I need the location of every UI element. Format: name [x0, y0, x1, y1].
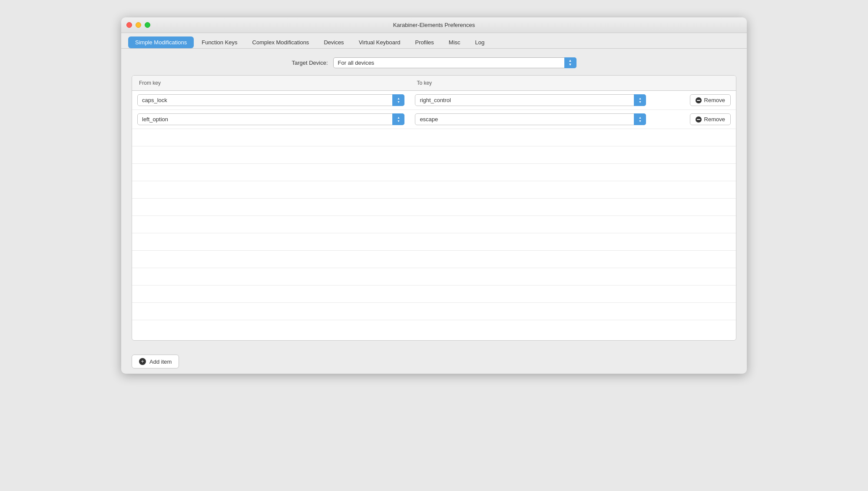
- main-window: Karabiner-Elements Preferences Simple Mo…: [121, 17, 747, 374]
- row-2-action-cell: Remove: [651, 112, 736, 127]
- mapping-table: From key To key caps_lock left_option le…: [132, 75, 736, 341]
- empty-row: [132, 285, 736, 303]
- tab-bar: Simple Modifications Function Keys Compl…: [121, 33, 747, 49]
- window-title: Karabiner-Elements Preferences: [393, 22, 475, 28]
- traffic-lights: [126, 22, 150, 28]
- table-header: From key To key: [132, 76, 736, 91]
- tab-virtual-keyboard[interactable]: Virtual Keyboard: [352, 36, 407, 48]
- table-row: caps_lock left_option left_command right…: [132, 91, 736, 110]
- row-1-remove-label: Remove: [704, 97, 725, 103]
- row-1-from-cell: caps_lock left_option left_command right…: [132, 93, 410, 108]
- tab-function-keys[interactable]: Function Keys: [195, 36, 244, 48]
- row-2-remove-button[interactable]: Remove: [690, 113, 731, 125]
- empty-row: [132, 303, 736, 320]
- row-1-remove-button[interactable]: Remove: [690, 94, 731, 106]
- empty-row: [132, 216, 736, 233]
- maximize-button[interactable]: [145, 22, 150, 28]
- column-from-key: From key: [132, 78, 410, 88]
- remove-icon-1: [696, 97, 702, 103]
- empty-row: [132, 199, 736, 216]
- row-1-from-select-wrapper: caps_lock left_option left_command right…: [137, 94, 404, 106]
- row-1-to-cell: right_control escape left_control: [410, 93, 651, 108]
- empty-row: [132, 164, 736, 181]
- column-action: [651, 78, 736, 88]
- column-to-key: To key: [410, 78, 651, 88]
- row-2-to-cell: right_control escape left_control: [410, 112, 651, 127]
- tab-simple-modifications[interactable]: Simple Modifications: [128, 36, 194, 48]
- titlebar: Karabiner-Elements Preferences: [121, 17, 747, 33]
- remove-icon-2: [696, 116, 702, 123]
- plus-icon: [139, 358, 146, 365]
- tab-devices[interactable]: Devices: [317, 36, 351, 48]
- row-1-to-select-wrapper: right_control escape left_control: [415, 94, 646, 106]
- empty-row: [132, 251, 736, 268]
- add-item-label: Add item: [149, 358, 172, 365]
- row-2-to-select-wrapper: right_control escape left_control: [415, 113, 646, 125]
- add-item-button[interactable]: Add item: [132, 355, 179, 368]
- row-2-from-cell: caps_lock left_option left_command: [132, 112, 410, 127]
- tab-misc[interactable]: Misc: [442, 36, 467, 48]
- target-device-select[interactable]: For all devices Built-in Keyboard Extern…: [333, 57, 576, 68]
- row-2-remove-label: Remove: [704, 116, 725, 123]
- empty-row: [132, 129, 736, 146]
- row-2-from-select-wrapper: caps_lock left_option left_command: [137, 113, 404, 125]
- minimize-button[interactable]: [136, 22, 141, 28]
- footer: Add item: [121, 349, 747, 374]
- target-device-row: Target Device: For all devices Built-in …: [132, 57, 736, 68]
- content-area: Target Device: For all devices Built-in …: [121, 49, 747, 349]
- empty-row: [132, 320, 736, 338]
- empty-row: [132, 181, 736, 199]
- tab-profiles[interactable]: Profiles: [408, 36, 441, 48]
- close-button[interactable]: [126, 22, 132, 28]
- row-1-to-select[interactable]: right_control escape left_control: [415, 94, 646, 106]
- row-2-from-select[interactable]: caps_lock left_option left_command: [137, 113, 404, 125]
- row-1-action-cell: Remove: [651, 93, 736, 108]
- empty-row: [132, 268, 736, 285]
- row-1-from-select[interactable]: caps_lock left_option left_command right…: [137, 94, 404, 106]
- target-device-label: Target Device:: [292, 60, 328, 66]
- tab-complex-modifications[interactable]: Complex Modifications: [245, 36, 316, 48]
- empty-row: [132, 146, 736, 164]
- row-2-to-select[interactable]: right_control escape left_control: [415, 113, 646, 125]
- empty-row: [132, 233, 736, 251]
- table-row: caps_lock left_option left_command right…: [132, 110, 736, 129]
- tab-log[interactable]: Log: [468, 36, 492, 48]
- target-device-select-wrapper: For all devices Built-in Keyboard Extern…: [333, 57, 576, 68]
